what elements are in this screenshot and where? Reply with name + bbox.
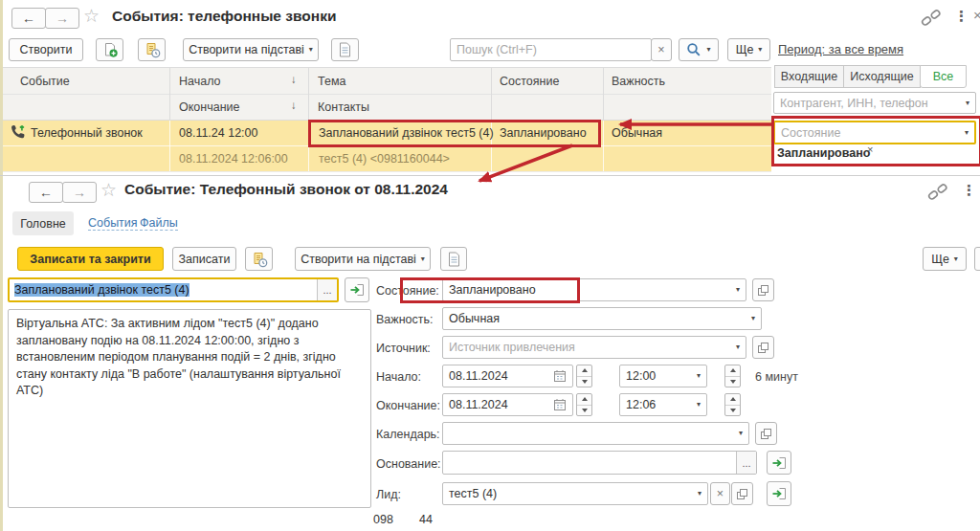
forward-button[interactable]: → — [62, 182, 97, 203]
tab-main[interactable]: Головне — [12, 211, 74, 235]
create-based-on-button[interactable]: Створити на підставі ▾ — [295, 247, 431, 271]
fill-from-lead-button[interactable] — [767, 481, 791, 506]
row-cell-start[interactable]: 08.11.24 12:00 — [179, 126, 257, 140]
state-filter-input[interactable]: Состояние ▾ — [773, 121, 976, 144]
fill-from-template-button[interactable] — [345, 277, 369, 302]
grid-line — [169, 121, 170, 171]
column-header-subject[interactable]: Тема — [318, 75, 345, 88]
start-date-field[interactable]: 08.11.2024 — [442, 365, 573, 387]
calendar-label: Календарь: — [376, 428, 440, 441]
column-header-end[interactable]: Окончание — [179, 100, 240, 114]
source-field[interactable]: Источник привлечения ▾ — [442, 336, 746, 359]
tab-outgoing[interactable]: Исходящие — [843, 65, 921, 88]
tab-incoming[interactable]: Входящие — [774, 65, 844, 88]
chevron-down-icon: ▾ — [739, 430, 743, 437]
remove-tag-icon[interactable]: × — [867, 144, 873, 155]
open-calendar-button[interactable] — [755, 422, 777, 445]
clipped-button[interactable] — [974, 247, 980, 271]
forward-button[interactable]: → — [45, 8, 79, 29]
row-cell-event[interactable]: Телефонный звонок — [31, 126, 143, 140]
counterparty-filter-input[interactable]: Контрагент, ИНН, телефон ▾ — [773, 92, 976, 114]
back-button[interactable]: ← — [29, 182, 63, 203]
column-header-event[interactable]: Событие — [20, 75, 70, 88]
copy-with-time-button[interactable] — [245, 247, 273, 271]
fill-from-basis-button[interactable] — [767, 451, 791, 475]
menu-dots-icon[interactable]: ⋮ — [954, 9, 969, 23]
search-input[interactable]: Пошук (Ctrl+F) — [450, 38, 652, 61]
tab-files[interactable]: Файлы — [140, 216, 178, 231]
chevron-down-icon: ▾ — [736, 343, 740, 351]
report-button[interactable] — [440, 247, 467, 271]
calendar-icon[interactable] — [553, 398, 567, 411]
column-header-state[interactable]: Состояние — [500, 75, 559, 88]
importance-field[interactable]: Обычная ▾ — [442, 307, 762, 330]
calendar-field[interactable]: ▾ — [442, 422, 749, 445]
state-field[interactable]: Запланировано ▾ — [442, 278, 746, 301]
screen: { "icons": { "back": "←", "forward": "→"… — [0, 0, 980, 531]
clear-search-button[interactable]: × — [651, 38, 672, 61]
open-window-icon — [757, 342, 769, 354]
link-icon[interactable] — [921, 9, 942, 28]
save-and-close-button[interactable]: Записати та закрити — [17, 247, 164, 271]
report-button[interactable] — [331, 38, 359, 61]
favorite-star-icon[interactable]: ☆ — [100, 181, 117, 199]
end-label: Окончание: — [376, 399, 440, 412]
grid-line — [3, 67, 771, 68]
create-based-on-button[interactable]: Створити на підставі ▾ — [183, 38, 319, 61]
end-time-stepper[interactable] — [724, 393, 741, 416]
chevron-down-icon: ▾ — [697, 372, 701, 380]
basis-field[interactable]: ... — [442, 451, 757, 475]
open-source-button[interactable] — [752, 336, 774, 359]
sort-desc-icon: ↓ — [291, 100, 297, 111]
favorite-star-icon[interactable]: ☆ — [83, 7, 100, 25]
grid-line — [3, 171, 771, 172]
grid-line — [491, 68, 492, 120]
new-document-button[interactable] — [96, 38, 123, 61]
row-cell-importance[interactable]: Обычная — [612, 126, 662, 140]
choose-button[interactable]: ... — [736, 452, 756, 474]
search-icon — [686, 42, 702, 57]
clear-lead-button[interactable]: × — [710, 482, 730, 505]
lead-field[interactable]: тест5 (4) ▾ — [442, 482, 708, 505]
column-header-contacts[interactable]: Контакты — [318, 100, 369, 114]
open-lead-button[interactable] — [731, 482, 753, 505]
row-cell-end[interactable]: 08.11.2024 12:06:00 — [179, 152, 288, 166]
row-cell-contacts[interactable]: тест5 (4) <0981160044> — [319, 152, 450, 166]
start-time-field[interactable]: 12:00 ▾ — [619, 365, 707, 387]
description-textarea[interactable]: Віртуальна АТС: За активним лідом "тест5… — [8, 309, 371, 508]
basis-label: Основание: — [376, 457, 441, 471]
source-label: Источник: — [376, 342, 431, 355]
document-icon — [447, 251, 461, 268]
end-date-stepper[interactable] — [576, 393, 592, 416]
column-header-importance[interactable]: Важность — [612, 75, 665, 88]
menu-dots-icon[interactable]: ⋮ — [962, 183, 976, 197]
grid-line — [3, 145, 771, 146]
open-state-button[interactable] — [752, 278, 774, 301]
start-time-stepper[interactable] — [724, 365, 741, 387]
save-button[interactable]: Записати — [172, 247, 236, 271]
grid-line — [603, 121, 604, 171]
more-button[interactable]: Ще ▾ — [727, 38, 770, 61]
link-icon[interactable] — [927, 183, 948, 202]
choose-button[interactable]: ... — [317, 279, 337, 300]
import-arrow-icon — [771, 486, 788, 501]
end-time-field[interactable]: 12:06 ▾ — [619, 393, 707, 416]
row-cell-subject[interactable]: Запланований дзвінок тест5 (4) — [319, 126, 494, 140]
tab-all[interactable]: Все — [920, 65, 967, 88]
column-header-start[interactable]: Начало — [179, 75, 221, 88]
close-icon[interactable]: × — [973, 7, 980, 23]
calendar-icon[interactable] — [553, 369, 567, 383]
bottom-text-fragment: 44 — [419, 513, 433, 526]
list-window-title: События: телефонные звонки — [112, 8, 336, 25]
copy-with-time-button[interactable] — [138, 38, 166, 61]
end-date-field[interactable]: 08.11.2024 — [442, 393, 573, 416]
start-date-stepper[interactable] — [576, 365, 592, 387]
subject-input[interactable]: Запланований дзвінок тест5 (4) ... — [8, 277, 339, 302]
search-button[interactable]: ▾ — [679, 38, 719, 61]
create-button[interactable]: Створити — [9, 38, 83, 61]
tab-events[interactable]: События — [88, 216, 138, 231]
row-cell-state[interactable]: Запланировано — [500, 126, 587, 140]
back-button[interactable]: ← — [11, 8, 46, 29]
period-link[interactable]: Период: за все время — [778, 42, 903, 56]
more-button[interactable]: Ще ▾ — [923, 247, 967, 271]
